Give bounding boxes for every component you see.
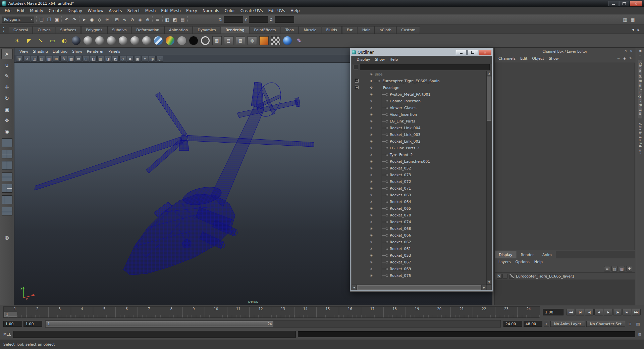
- paint-effects-brush-icon[interactable]: ✎: [293, 35, 305, 47]
- layer-playback-toggle[interactable]: [502, 274, 507, 279]
- layer-editor-tab[interactable]: Render: [517, 251, 538, 258]
- grease-pencil-icon[interactable]: ✎: [60, 56, 67, 62]
- highlight-selection-icon[interactable]: ✳: [103, 16, 111, 23]
- layout-four-pane-button[interactable]: [2, 150, 12, 158]
- menu-item[interactable]: Normals: [200, 8, 222, 14]
- frame-tick[interactable]: 3: [48, 307, 71, 317]
- shaded-sphere-icon[interactable]: [70, 35, 82, 47]
- gate-mask-icon[interactable]: ◧: [90, 56, 97, 62]
- outliner-menu-item[interactable]: Help: [387, 57, 400, 62]
- bookmark-icon[interactable]: ▤: [38, 56, 45, 62]
- viewport-menu-item[interactable]: Panels: [106, 49, 122, 54]
- shelf-menu-icon[interactable]: ▾: [631, 26, 636, 34]
- outliner-filter-icon[interactable]: [354, 65, 358, 69]
- script-editor-icon[interactable]: ▤: [637, 332, 642, 337]
- grid-icon[interactable]: ▩: [68, 56, 74, 62]
- shelf-tab[interactable]: General: [9, 26, 33, 34]
- command-line-input[interactable]: [13, 331, 296, 338]
- step-forward-key-button[interactable]: |▶: [613, 309, 622, 315]
- step-back-key-button[interactable]: ◀|: [585, 309, 594, 315]
- character-set-dropdown[interactable]: No Character Set: [586, 321, 625, 327]
- frame-tick[interactable]: 2: [26, 307, 49, 317]
- channel-box-menu-item[interactable]: Edit: [518, 56, 530, 61]
- shelf-tab[interactable]: Curves: [33, 26, 55, 34]
- select-tool-button[interactable]: ➤: [1, 49, 13, 59]
- go-to-start-button[interactable]: |◀◀: [566, 309, 575, 315]
- outliner-item[interactable]: ✳ Rocket_062: [352, 239, 486, 245]
- anisotropic-material-icon[interactable]: [129, 35, 141, 47]
- panel-expand-icon[interactable]: ▣: [638, 48, 643, 53]
- channel-box-menu-item[interactable]: Show: [546, 56, 561, 61]
- safe-title-icon[interactable]: ◩: [112, 56, 119, 62]
- layer-editor-menu-item[interactable]: Layers: [496, 259, 513, 264]
- phong-material-icon[interactable]: [105, 35, 117, 47]
- spot-light-icon[interactable]: ◤: [23, 35, 35, 47]
- lock-camera-icon[interactable]: ⊘: [23, 56, 30, 62]
- current-layout-button[interactable]: ◍: [1, 232, 13, 243]
- outliner-item[interactable]: ✳ Tyre_Front_2: [352, 151, 486, 158]
- layer-editor-menu-item[interactable]: Help: [532, 259, 545, 264]
- layer-editor-menu-item[interactable]: Options: [513, 259, 532, 264]
- scroll-up-icon[interactable]: ▲: [487, 71, 492, 76]
- layer-color-swatch[interactable]: [509, 274, 514, 279]
- outliner-item[interactable]: ✳ Rocket_066: [352, 232, 486, 239]
- outliner-item[interactable]: ✳ Rocket_071: [352, 185, 486, 192]
- menu-item[interactable]: Create: [46, 8, 65, 14]
- outliner-item-fuselage[interactable]: − ✥ Fuselage: [352, 84, 486, 91]
- layer-editor-tab[interactable]: Anim: [538, 251, 556, 258]
- lasso-select-tool-button[interactable]: ∪: [1, 60, 13, 70]
- shelf-tab[interactable]: Surfaces: [56, 26, 81, 34]
- use-background-icon[interactable]: [187, 35, 199, 47]
- menu-item[interactable]: File: [2, 8, 14, 14]
- snap-to-point-icon[interactable]: ⊙: [128, 16, 136, 23]
- shelf-tab[interactable]: Toon: [281, 26, 299, 34]
- window-close-button[interactable]: ×: [630, 1, 642, 6]
- wireframe-mode-icon[interactable]: ◇: [119, 56, 126, 62]
- channel-slider-speed-icon[interactable]: ∿: [616, 56, 621, 61]
- channel-settings-icon[interactable]: ✎: [628, 56, 633, 61]
- outliner-item[interactable]: ✳ Rocket_065: [352, 205, 486, 212]
- viewport-menu-item[interactable]: Renderer: [85, 49, 106, 54]
- save-scene-icon[interactable]: ▣: [53, 16, 61, 23]
- checker-texture-icon[interactable]: [270, 35, 281, 47]
- anim-layer-dropdown[interactable]: No Anim Layer: [550, 321, 585, 327]
- channel-list-area[interactable]: [495, 63, 635, 250]
- selection-mode-dropdown[interactable]: Polygons ▾: [2, 16, 34, 23]
- surface-shader-icon[interactable]: [176, 35, 187, 47]
- frame-tick[interactable]: 23: [495, 307, 518, 317]
- scroll-left-icon[interactable]: ◀: [352, 285, 357, 290]
- animation-preferences-icon[interactable]: ▤: [635, 321, 641, 327]
- y-input[interactable]: [249, 16, 268, 23]
- frame-tick[interactable]: 17: [361, 307, 383, 317]
- frame-tick[interactable]: 6: [115, 307, 138, 317]
- select-object-icon[interactable]: ◉: [88, 16, 96, 23]
- auto-keyframe-icon[interactable]: ⊙: [627, 321, 633, 327]
- frame-tick[interactable]: 12: [249, 307, 272, 317]
- current-time-field[interactable]: 1.00: [543, 309, 564, 315]
- frame-tick[interactable]: 18: [383, 307, 406, 317]
- collapse-toggle-icon[interactable]: −: [355, 79, 359, 83]
- x-input[interactable]: [224, 16, 243, 23]
- new-scene-icon[interactable]: ❏: [38, 16, 45, 23]
- playback-end-field[interactable]: 24.00: [503, 321, 522, 327]
- menu-item[interactable]: Proxy: [183, 8, 200, 14]
- shelf-tab[interactable]: Muscle: [299, 26, 321, 34]
- channel-box-menu-item[interactable]: Channels: [496, 56, 518, 61]
- frame-tick[interactable]: 19: [406, 307, 428, 317]
- outliner-item[interactable]: ✳ Rocket_Link_002: [352, 138, 486, 145]
- menu-item[interactable]: Help: [288, 8, 302, 14]
- play-forwards-button[interactable]: ▶: [604, 309, 612, 315]
- layer-visibility-toggle[interactable]: V: [497, 274, 502, 279]
- outliner-item[interactable]: ✳ Rocket_069: [352, 265, 486, 272]
- layout-three-pane-button[interactable]: [2, 184, 12, 193]
- outliner-search-input[interactable]: [360, 64, 490, 70]
- range-slider-track[interactable]: 1 24: [45, 320, 501, 328]
- snap-to-grid-icon[interactable]: ⊞: [113, 16, 121, 23]
- frame-tick[interactable]: 21: [450, 307, 473, 317]
- paint-select-tool-button[interactable]: ✎: [1, 71, 13, 81]
- menu-item[interactable]: Modify: [27, 8, 46, 14]
- construction-history-icon[interactable]: ≡: [154, 16, 161, 23]
- isolate-select-icon[interactable]: ◎: [149, 56, 156, 62]
- outliner-item[interactable]: ✳ Rocket_075: [352, 272, 486, 279]
- z-input[interactable]: [275, 16, 294, 23]
